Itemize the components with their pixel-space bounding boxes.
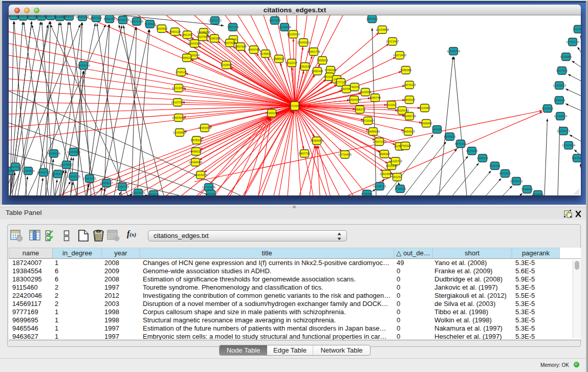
- svg-text:11325419: 11325419: [287, 33, 299, 36]
- svg-text:1244415: 1244415: [554, 99, 565, 102]
- svg-text:12942757: 12942757: [37, 171, 50, 174]
- svg-text:62160: 62160: [387, 103, 396, 106]
- svg-text:9327508: 9327508: [224, 41, 236, 45]
- svg-text:7632621: 7632621: [489, 164, 501, 167]
- svg-text:19654963: 19654963: [172, 116, 185, 119]
- svg-text:17016504: 17016504: [562, 144, 576, 147]
- svg-text:8215955: 8215955: [542, 107, 554, 110]
- svg-text:8780561: 8780561: [361, 192, 373, 195]
- svg-text:6794028: 6794028: [325, 69, 337, 72]
- svg-text:6879197: 6879197: [455, 142, 467, 145]
- svg-text:1588520: 1588520: [273, 57, 285, 60]
- svg-text:12505135: 12505135: [67, 175, 80, 178]
- svg-text:2935114: 2935114: [477, 157, 489, 160]
- svg-text:7663822: 7663822: [156, 27, 168, 30]
- svg-text:15720407: 15720407: [361, 119, 375, 122]
- svg-text:10654112: 10654112: [510, 180, 522, 183]
- svg-text:2867608: 2867608: [235, 45, 247, 48]
- svg-text:3624554: 3624554: [360, 91, 372, 94]
- svg-text:16543382: 16543382: [188, 42, 201, 45]
- svg-text:7485063: 7485063: [400, 69, 412, 72]
- svg-text:1498222: 1498222: [190, 150, 202, 153]
- svg-text:7886372: 7886372: [354, 108, 366, 111]
- svg-text:18640910: 18640910: [297, 41, 310, 44]
- svg-text:7254021: 7254021: [205, 192, 217, 195]
- svg-text:23053346: 23053346: [77, 64, 90, 67]
- svg-text:16210643: 16210643: [554, 115, 567, 118]
- svg-text:14136141: 14136141: [373, 185, 386, 188]
- svg-text:3684067: 3684067: [379, 152, 390, 156]
- svg-text:2087682: 2087682: [366, 17, 378, 20]
- svg-text:1112453: 1112453: [573, 28, 581, 31]
- svg-text:98901: 98901: [183, 56, 191, 59]
- svg-text:20206526: 20206526: [47, 152, 60, 155]
- svg-text:7515526: 7515526: [144, 23, 156, 26]
- svg-text:16782759: 16782759: [116, 185, 129, 188]
- svg-text:746266: 746266: [350, 85, 359, 89]
- svg-text:19384554: 19384554: [310, 139, 324, 142]
- svg-text:9463627: 9463627: [404, 98, 416, 101]
- svg-text:16914479: 16914479: [194, 173, 207, 177]
- svg-text:15692971: 15692971: [557, 129, 570, 133]
- svg-text:15716485: 15716485: [202, 186, 215, 189]
- svg-text:2718126: 2718126: [176, 71, 187, 74]
- svg-text:16120740: 16120740: [389, 160, 402, 163]
- svg-text:18907249: 18907249: [373, 140, 386, 143]
- svg-text:21564436: 21564436: [347, 98, 361, 101]
- svg-text:12213369: 12213369: [172, 86, 185, 90]
- svg-text:12923446: 12923446: [132, 191, 145, 194]
- svg-text:18524851: 18524851: [380, 172, 393, 176]
- svg-text:1362615: 1362615: [299, 65, 311, 68]
- svg-text:10893177: 10893177: [62, 15, 76, 18]
- svg-text:10688609: 10688609: [366, 130, 380, 133]
- svg-text:8186328: 8186328: [209, 37, 221, 40]
- svg-text:1145117: 1145117: [52, 172, 63, 176]
- svg-text:252254: 252254: [392, 176, 402, 179]
- svg-text:9115460: 9115460: [419, 106, 430, 110]
- svg-text:12213967: 12213967: [386, 40, 399, 43]
- svg-text:30975867: 30975867: [60, 163, 73, 166]
- svg-text:13353594: 13353594: [198, 126, 212, 129]
- svg-text:1807334: 1807334: [269, 19, 281, 22]
- svg-text:19958167: 19958167: [100, 182, 113, 185]
- svg-text:19201173: 19201173: [208, 19, 221, 22]
- svg-text:7955812: 7955812: [317, 59, 329, 62]
- svg-text:10719155: 10719155: [116, 18, 129, 21]
- svg-text:19218506: 19218506: [278, 26, 291, 29]
- svg-text:164095: 164095: [432, 128, 442, 131]
- svg-text:9329986: 9329986: [560, 55, 572, 58]
- svg-text:391541: 391541: [10, 165, 20, 168]
- svg-text:17359924: 17359924: [67, 150, 81, 154]
- svg-text:10961758: 10961758: [307, 50, 320, 53]
- svg-text:7357224: 7357224: [227, 26, 239, 29]
- svg-text:14099489: 14099489: [189, 161, 202, 164]
- svg-text:9453216: 9453216: [148, 193, 160, 195]
- svg-text:13716485: 13716485: [338, 153, 352, 156]
- svg-text:891295: 891295: [182, 33, 192, 36]
- svg-text:1167534: 1167534: [572, 157, 581, 160]
- svg-text:18107554: 18107554: [171, 101, 185, 104]
- svg-text:9245652: 9245652: [521, 188, 533, 191]
- svg-text:8878334: 8878334: [191, 139, 203, 142]
- svg-text:16154808: 16154808: [376, 28, 389, 31]
- svg-text:8471676: 8471676: [499, 172, 511, 175]
- svg-text:9227342: 9227342: [556, 69, 568, 72]
- svg-text:1733456: 1733456: [395, 187, 406, 190]
- svg-text:12093822: 12093822: [553, 84, 566, 87]
- svg-text:16648784: 16648784: [447, 50, 461, 53]
- svg-text:19166829: 19166829: [173, 131, 186, 134]
- svg-text:8938923: 8938923: [444, 135, 456, 138]
- svg-text:9146821: 9146821: [260, 52, 272, 55]
- svg-text:8990448: 8990448: [312, 70, 323, 73]
- svg-text:15751074: 15751074: [566, 40, 580, 43]
- svg-text:10653287: 10653287: [76, 15, 89, 18]
- svg-text:9242848: 9242848: [221, 63, 232, 67]
- svg-text:18724007: 18724007: [288, 104, 301, 107]
- svg-text:8660124: 8660124: [169, 30, 181, 33]
- svg-text:9857791: 9857791: [299, 152, 311, 155]
- svg-text:10973493: 10973493: [393, 54, 406, 57]
- svg-text:16495759: 16495759: [403, 115, 416, 118]
- svg-text:1527602: 1527602: [91, 16, 102, 19]
- svg-text:8322037: 8322037: [286, 61, 298, 64]
- svg-text:18300295: 18300295: [265, 112, 278, 115]
